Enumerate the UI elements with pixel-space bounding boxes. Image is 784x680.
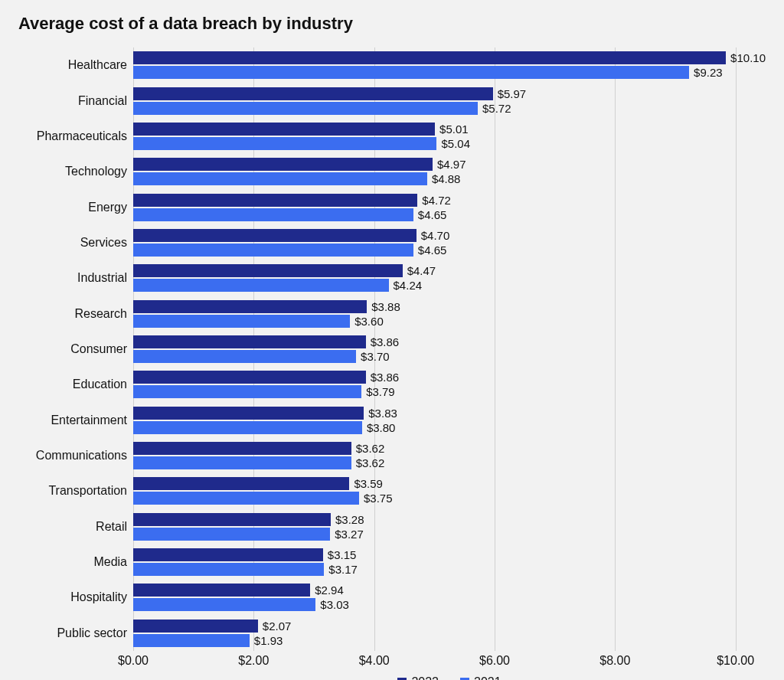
legend-item: 2021 bbox=[460, 675, 501, 680]
bar-value-label: $5.01 bbox=[439, 123, 469, 136]
bar-series-2021 bbox=[133, 634, 250, 647]
x-axis-tick: $2.00 bbox=[238, 654, 269, 668]
legend-label: 2022 bbox=[411, 675, 439, 680]
bar-value-label: $3.27 bbox=[335, 528, 364, 541]
bar-series-2022 bbox=[133, 194, 417, 207]
bar-series-2022 bbox=[133, 513, 331, 526]
bar-series-2021 bbox=[133, 137, 436, 150]
bar-value-label: $4.65 bbox=[418, 244, 447, 257]
bar-value-label: $3.83 bbox=[368, 407, 397, 420]
y-axis-category-label: Entertainment bbox=[18, 414, 133, 427]
category-row: Entertainment$3.83$3.80 bbox=[133, 403, 766, 438]
bar-value-label: $3.60 bbox=[354, 315, 384, 328]
bar-value-label: $2.94 bbox=[315, 584, 344, 597]
category-row: Research$3.88$3.60 bbox=[133, 296, 766, 331]
plot-area: Healthcare$10.10$9.23Financial$5.97$5.72… bbox=[18, 47, 769, 651]
bar-value-label: $5.72 bbox=[482, 102, 511, 115]
bar-series-2021 bbox=[133, 244, 413, 257]
bar-value-label: $3.75 bbox=[364, 492, 393, 505]
chart-container: Average cost of a data breach by industr… bbox=[18, 8, 769, 672]
bar-value-label: $3.80 bbox=[367, 421, 396, 434]
bar-series-2022 bbox=[133, 264, 403, 277]
y-axis-category-label: Healthcare bbox=[18, 58, 133, 72]
category-row: Services$4.70$4.65 bbox=[133, 225, 766, 260]
category-row: Technology$4.97$4.88 bbox=[133, 154, 766, 189]
y-axis-category-label: Public sector bbox=[18, 626, 133, 640]
bar-value-label: $3.28 bbox=[335, 513, 364, 526]
bar-series-2022 bbox=[133, 229, 416, 242]
x-axis: $0.00$2.00$4.00$6.00$8.00$10.00 bbox=[133, 651, 766, 674]
bar-value-label: $10.10 bbox=[730, 51, 766, 64]
bar-value-label: $4.65 bbox=[418, 208, 447, 221]
bar-value-label: $3.15 bbox=[328, 548, 357, 561]
x-axis-tick: $6.00 bbox=[479, 654, 510, 668]
bar-series-2021 bbox=[133, 528, 330, 541]
bar-series-2021 bbox=[133, 102, 478, 115]
bar-value-label: $3.62 bbox=[356, 456, 385, 469]
bar-series-2021 bbox=[133, 66, 689, 79]
y-axis-category-label: Education bbox=[18, 378, 133, 391]
bar-series-2022 bbox=[133, 300, 367, 313]
bar-series-2022 bbox=[133, 620, 258, 633]
bar-value-label: $4.47 bbox=[407, 264, 436, 277]
bar-series-2022 bbox=[133, 371, 366, 384]
y-axis-category-label: Industrial bbox=[18, 271, 133, 285]
bar-series-2021 bbox=[133, 456, 351, 469]
bar-value-label: $5.04 bbox=[441, 137, 470, 150]
bar-series-2022 bbox=[133, 584, 310, 597]
bar-series-2021 bbox=[133, 563, 324, 576]
bar-series-2022 bbox=[133, 158, 433, 171]
bar-series-2021 bbox=[133, 598, 315, 611]
y-axis-category-label: Financial bbox=[18, 94, 133, 108]
legend-label: 2021 bbox=[474, 675, 501, 680]
bar-value-label: $3.17 bbox=[328, 563, 358, 576]
y-axis-category-label: Communications bbox=[18, 449, 133, 463]
category-row: Hospitality$2.94$3.03 bbox=[133, 580, 766, 615]
bar-value-label: $4.88 bbox=[432, 172, 461, 185]
bar-series-2021 bbox=[133, 421, 362, 434]
bar-series-2022 bbox=[133, 123, 435, 136]
bar-value-label: $2.07 bbox=[263, 620, 292, 633]
bar-value-label: $3.03 bbox=[320, 598, 349, 611]
category-row: Media$3.15$3.17 bbox=[133, 544, 766, 580]
bar-series-2021 bbox=[133, 492, 359, 505]
bar-value-label: $4.24 bbox=[394, 279, 423, 292]
bar-value-label: $9.23 bbox=[694, 66, 723, 79]
y-axis-category-label: Pharmaceuticals bbox=[18, 129, 133, 143]
y-axis-category-label: Energy bbox=[18, 201, 133, 214]
y-axis-category-label: Consumer bbox=[18, 342, 133, 356]
bar-series-2022 bbox=[133, 477, 349, 490]
y-axis-category-label: Retail bbox=[18, 520, 133, 534]
category-row: Pharmaceuticals$5.01$5.04 bbox=[133, 119, 766, 154]
bar-value-label: $1.93 bbox=[254, 634, 283, 647]
bar-value-label: $3.62 bbox=[356, 442, 385, 455]
category-row: Transportation$3.59$3.75 bbox=[133, 473, 766, 508]
bar-series-2022 bbox=[133, 335, 366, 348]
bar-value-label: $5.97 bbox=[498, 87, 527, 100]
x-axis-tick: $4.00 bbox=[359, 654, 390, 668]
bar-value-label: $4.70 bbox=[421, 229, 450, 242]
legend-item: 2022 bbox=[397, 675, 439, 680]
bar-value-label: $3.79 bbox=[366, 385, 395, 398]
category-row: Industrial$4.47$4.24 bbox=[133, 260, 766, 296]
y-axis-category-label: Research bbox=[18, 307, 133, 321]
bar-series-2021 bbox=[133, 172, 427, 185]
y-axis-category-label: Services bbox=[18, 236, 133, 250]
x-axis-tick: $8.00 bbox=[599, 654, 630, 668]
category-row: Education$3.86$3.79 bbox=[133, 367, 766, 402]
bar-series-2021 bbox=[133, 315, 350, 328]
bar-series-2021 bbox=[133, 208, 413, 221]
category-row: Public sector$2.07$1.93 bbox=[133, 616, 766, 651]
y-axis-category-label: Technology bbox=[18, 165, 133, 178]
bar-value-label: $4.72 bbox=[422, 194, 451, 207]
bar-value-label: $3.88 bbox=[371, 300, 400, 313]
category-row: Retail$3.28$3.27 bbox=[133, 509, 766, 544]
bar-value-label: $4.97 bbox=[437, 158, 466, 171]
bar-series-2022 bbox=[133, 407, 364, 420]
y-axis-category-label: Hospitality bbox=[18, 590, 133, 604]
bar-series-2021 bbox=[133, 385, 361, 398]
y-axis-category-label: Media bbox=[18, 555, 133, 569]
y-axis-category-label: Transportation bbox=[18, 484, 133, 498]
bar-series-2021 bbox=[133, 350, 356, 363]
x-axis-tick: $0.00 bbox=[118, 654, 149, 668]
